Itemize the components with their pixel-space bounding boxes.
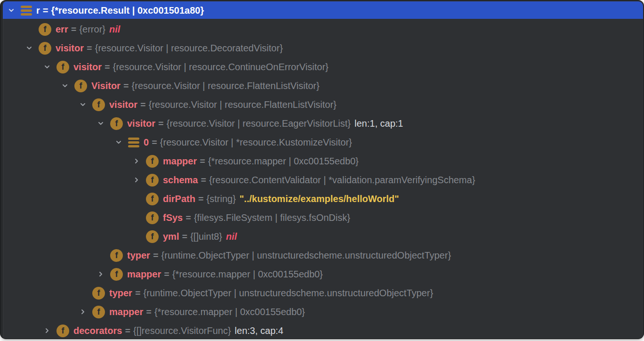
tree-row[interactable]: f mapper={*resource.mapper | 0xc00155edb… <box>0 265 644 284</box>
chevron-right-icon[interactable] <box>77 306 89 317</box>
variable-type: {resource.Visitor | resource.ContinueOnE… <box>113 62 329 72</box>
tree-row[interactable]: f schema={resource.ContentValidator | *v… <box>0 170 644 189</box>
row-text: dirPath={string}"../kustomize/examples/h… <box>163 189 399 208</box>
debugger-variables-window: r={*resource.Result | 0xc001501a80} f er… <box>0 0 644 339</box>
equals-sign: = <box>200 156 205 166</box>
variable-name: visitor <box>127 118 155 129</box>
chevron-placeholder <box>131 212 142 223</box>
chevron-placeholder <box>77 287 89 299</box>
tree-row[interactable]: f Visitor={resource.Visitor | resource.F… <box>0 76 644 95</box>
tree-row[interactable]: f fSys={filesys.FileSystem | filesys.fsO… <box>0 208 644 227</box>
tree-row[interactable]: f dirPath={string}"../kustomize/examples… <box>0 189 644 208</box>
equals-sign: = <box>105 62 110 72</box>
row-text: visitor={resource.Visitor | resource.Eag… <box>127 114 403 133</box>
chevron-down-icon[interactable] <box>59 80 71 91</box>
variable-icon <box>21 6 32 16</box>
field-icon: f <box>146 230 159 243</box>
chevron-down-icon[interactable] <box>113 137 124 148</box>
equals-sign: = <box>201 175 207 185</box>
chevron-down-icon[interactable] <box>41 61 53 73</box>
tree-row[interactable]: f visitor={resource.Visitor | resource.C… <box>0 57 644 76</box>
equals-sign: = <box>158 118 164 129</box>
row-text: fSys={filesys.FileSystem | filesys.fsOnD… <box>163 208 350 227</box>
variable-name: err <box>56 24 68 34</box>
equals-sign: = <box>198 194 204 204</box>
chevron-down-icon[interactable] <box>77 99 89 110</box>
chevron-placeholder <box>24 24 35 35</box>
chevron-down-icon[interactable] <box>6 5 17 16</box>
tree-row[interactable]: 0={resource.Visitor | *resource.Kustomiz… <box>0 133 644 152</box>
chevron-right-icon[interactable] <box>41 325 53 336</box>
tree-row[interactable]: f mapper={*resource.mapper | 0xc00155edb… <box>0 302 644 321</box>
equals-sign: = <box>182 231 187 242</box>
variable-name: typer <box>109 288 132 298</box>
variable-type: {[]uint8} <box>190 231 222 242</box>
variable-name: visitor <box>56 43 84 53</box>
variable-type: {*resource.Result | 0xc001501a80} <box>51 5 204 16</box>
row-text: visitor={resource.Visitor | resource.Con… <box>73 57 329 76</box>
equals-sign: = <box>152 137 157 147</box>
row-text: 0={resource.Visitor | *resource.Kustomiz… <box>144 133 352 152</box>
row-text: typer={runtime.ObjectTyper | unstructure… <box>127 246 451 265</box>
row-text: err={error}nil <box>56 20 120 39</box>
variable-type: {resource.Visitor | *resource.KustomizeV… <box>160 137 352 147</box>
variable-value: len:3, cap:4 <box>235 325 283 336</box>
field-icon: f <box>146 174 159 187</box>
equals-sign: = <box>146 307 152 317</box>
chevron-right-icon[interactable] <box>95 268 106 280</box>
variable-value: len:1, cap:1 <box>354 118 403 129</box>
variable-name: 0 <box>144 137 149 147</box>
tree-row[interactable]: f yml={[]uint8}nil <box>0 227 644 246</box>
tree-row[interactable]: f typer={runtime.ObjectTyper | unstructu… <box>0 284 644 302</box>
chevron-placeholder <box>131 231 142 242</box>
row-text: schema={resource.ContentValidator | *val… <box>163 170 475 189</box>
field-icon: f <box>146 211 159 224</box>
variable-name: fSys <box>163 212 183 223</box>
field-icon: f <box>39 42 51 55</box>
variable-name: mapper <box>163 156 197 166</box>
equals-sign: = <box>140 99 146 110</box>
variable-name: decorators <box>73 325 122 336</box>
variable-type: {*resource.mapper | 0xc00155edb0} <box>172 269 323 279</box>
tree-row[interactable]: f visitor={resource.Visitor | resource.F… <box>0 95 644 114</box>
variables-tree: r={*resource.Result | 0xc001501a80} f er… <box>0 0 644 339</box>
variable-type: {resource.Visitor | resource.DecoratedVi… <box>95 43 283 53</box>
tree-row[interactable]: f typer={runtime.ObjectTyper | unstructu… <box>0 246 644 265</box>
variable-name: visitor <box>73 62 102 72</box>
chevron-down-icon[interactable] <box>24 42 35 54</box>
row-text: yml={[]uint8}nil <box>163 227 237 246</box>
chevron-placeholder <box>131 193 142 204</box>
row-text: typer={runtime.ObjectTyper | unstructure… <box>109 284 433 302</box>
row-text: mapper={*resource.mapper | 0xc00155edb0} <box>163 152 359 170</box>
equals-sign: = <box>135 288 141 298</box>
tree-row[interactable]: f mapper={*resource.mapper | 0xc00155edb… <box>0 152 644 170</box>
tree-row[interactable]: f visitor={resource.Visitor | resource.E… <box>0 114 644 133</box>
variable-value: nil <box>226 231 237 242</box>
variable-name: dirPath <box>163 194 195 204</box>
variable-type: {error} <box>79 24 105 34</box>
variable-type: {filesys.FileSystem | filesys.fsOnDisk} <box>194 212 350 223</box>
variable-type: {runtime.ObjectTyper | unstructuredschem… <box>144 288 434 298</box>
field-icon: f <box>92 98 105 111</box>
chevron-right-icon[interactable] <box>131 155 142 167</box>
variable-value: nil <box>109 24 120 34</box>
variable-name: mapper <box>127 269 161 279</box>
row-text: visitor={resource.Visitor | resource.Dec… <box>56 39 283 57</box>
variable-type: {string} <box>207 194 236 204</box>
variable-type: {*resource.mapper | 0xc00155edb0} <box>154 307 305 317</box>
field-icon: f <box>110 268 123 281</box>
equals-sign: = <box>185 212 191 223</box>
chevron-down-icon[interactable] <box>95 118 106 129</box>
row-text: decorators={[]resource.VisitorFunc}len:3… <box>73 321 283 339</box>
tree-row[interactable]: f err={error}nil <box>0 20 644 39</box>
equals-sign: = <box>87 43 92 53</box>
equals-sign: = <box>125 325 130 336</box>
tree-row[interactable]: f visitor={resource.Visitor | resource.D… <box>0 39 644 57</box>
variable-name: yml <box>163 231 179 242</box>
tree-row[interactable]: r={*resource.Result | 0xc001501a80} <box>0 1 644 20</box>
chevron-right-icon[interactable] <box>131 174 142 186</box>
field-icon: f <box>74 80 87 92</box>
tree-row[interactable]: f decorators={[]resource.VisitorFunc}len… <box>0 321 644 339</box>
row-text: visitor={resource.Visitor | resource.Fla… <box>109 95 337 114</box>
field-icon: f <box>56 325 69 337</box>
